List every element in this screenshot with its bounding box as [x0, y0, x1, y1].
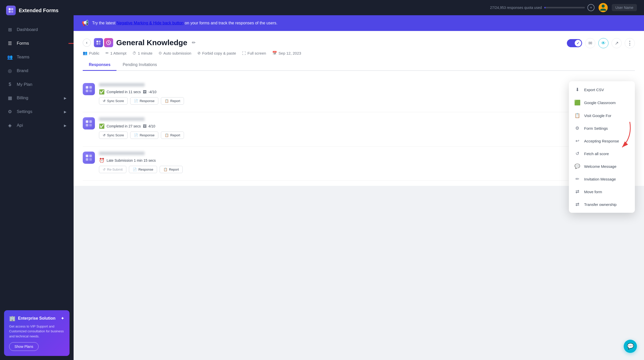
email-blur — [99, 117, 145, 121]
svg-rect-9 — [99, 41, 100, 42]
sparkle-icon: ✦ — [61, 316, 64, 321]
form-meta: 👥 Public ✏ 1 Attempt ⏱ 1 minute ⊙ Auto s… — [83, 51, 635, 55]
report-icon: 📋 — [165, 133, 169, 137]
response-button[interactable]: 📄 Response — [130, 97, 158, 105]
report-button[interactable]: 📋 Report — [161, 132, 184, 139]
tab-responses[interactable]: Responses — [83, 59, 116, 71]
svg-point-7 — [602, 5, 605, 8]
meta-duration: ⏱ 1 minute — [132, 51, 152, 55]
brand-icon: ◎ — [7, 68, 13, 74]
dropdown-item-transfer-ownership[interactable]: ⇄ Transfer ownership — [569, 198, 635, 211]
enterprise-desc: Get access to VIP Support and Customized… — [9, 324, 64, 339]
chat-icon: 💬 — [574, 163, 581, 169]
sidebar-item-billing[interactable]: ▦ Billing ▶ — [0, 91, 74, 105]
sync-icon: ↺ — [103, 133, 106, 137]
sidebar-header: Extended Forms — [0, 0, 74, 21]
sidebar-item-brand[interactable]: ◎ Brand — [0, 64, 74, 78]
dropdown-item-visit-google-form[interactable]: 📋 Visit Google For — [569, 109, 635, 122]
meta-attempts: ✏ 1 Attempt — [106, 51, 126, 55]
svg-rect-10 — [96, 43, 98, 45]
mail-icon-button[interactable]: ✉ — [585, 38, 595, 48]
dropdown-item-export-csv[interactable]: ⬇ Export CSV — [569, 83, 635, 96]
eye-icon-button[interactable]: 👁 — [598, 38, 608, 48]
sidebar-item-settings[interactable]: ⚙ Settings ▶ — [0, 105, 74, 119]
response-actions: ↺ Sync Score 📄 Response 📋 Report — [99, 132, 611, 139]
api-icon: ◈ — [7, 123, 13, 128]
sync-score-button[interactable]: ↺ Sync Score — [99, 97, 128, 105]
quota-add-button[interactable]: + — [587, 4, 595, 11]
accept-icon: ↩ — [574, 138, 581, 144]
dropdown-item-invitation-message[interactable]: ✏ Invitation Message — [569, 173, 635, 185]
meta-copy-paste: ⊘ Forbid copy & paste — [197, 51, 236, 55]
quota-bar — [544, 7, 585, 8]
more-options-button[interactable]: ⋮ — [625, 38, 635, 48]
meta-fullscreen: ⛶ Full screen — [242, 51, 266, 55]
report-button[interactable]: 📋 Report — [161, 97, 184, 105]
svg-rect-20 — [89, 124, 92, 126]
form-toggle[interactable]: ✓ — [567, 39, 582, 47]
response-actions: ↺ Sync Score 📄 Response 📋 Report — [99, 97, 611, 105]
check-icon: ✅ — [99, 89, 105, 95]
sync-icon: ↺ — [103, 99, 106, 103]
svg-rect-1 — [11, 8, 13, 10]
svg-rect-19 — [86, 124, 88, 126]
response-status: ⏰ Late Submission 1 min 15 secs — [99, 158, 611, 163]
response-status: ✅ Completed in 11 secs 🖼 -4/10 — [99, 89, 611, 95]
clock-icon: ⏰ — [99, 158, 105, 163]
billing-arrow: ▶ — [64, 96, 66, 100]
sidebar-item-api[interactable]: ◈ Api ▶ — [0, 119, 74, 132]
sidebar-item-my-plan[interactable]: $ My Plan — [0, 78, 74, 91]
settings-arrow: ▶ — [64, 110, 66, 114]
banner-link[interactable]: Negative Marking & Hide back button — [116, 21, 183, 25]
resubmit-button[interactable]: ↺ Re-Submit — [99, 166, 126, 173]
svg-rect-3 — [11, 11, 13, 13]
toggle-circle: ✓ — [575, 40, 581, 46]
back-button[interactable]: ‹ — [83, 39, 91, 47]
download-icon: ⬇ — [574, 87, 581, 92]
edit-title-icon[interactable]: ✏ — [192, 40, 196, 45]
tab-pending-invitations[interactable]: Pending Invitations — [116, 59, 163, 71]
quota-bar-fill — [544, 7, 546, 8]
svg-rect-2 — [9, 11, 11, 13]
response-button[interactable]: 📄 Response — [130, 132, 158, 139]
report-button[interactable]: 📋 Report — [160, 166, 183, 173]
show-plans-button[interactable]: Show Plans — [9, 342, 39, 351]
response-button[interactable]: 📄 Response — [129, 166, 157, 173]
form-icon-2 — [104, 38, 113, 47]
sync-score-button[interactable]: ↺ Sync Score — [99, 132, 128, 139]
google-form-icon: 📋 — [574, 113, 581, 118]
chat-bubble-button[interactable]: 💬 — [624, 340, 637, 353]
dropdown-item-form-settings[interactable]: ⚙ Form Settings — [569, 122, 635, 135]
share-icon-button[interactable]: ↗ — [612, 38, 622, 48]
sidebar-item-forms[interactable]: ☰ Forms — [0, 37, 74, 50]
file-icon: 📄 — [134, 133, 138, 137]
dropdown-item-fetch-all-score[interactable]: ↺ Fetch all score — [569, 147, 635, 160]
avatar — [83, 117, 95, 129]
enterprise-header: 🏢 Enterprise Solution ✦ — [9, 315, 64, 321]
svg-rect-8 — [96, 41, 98, 42]
avatar — [83, 152, 95, 164]
move-icon: ⇄ — [574, 189, 581, 194]
forms-icon: ☰ — [7, 41, 13, 46]
check-icon: ✅ — [99, 123, 105, 129]
sidebar-nav: ⊞ Dashboard ☰ Forms 👥 Teams ◎ Brand — [0, 21, 74, 306]
sidebar-item-teams[interactable]: 👥 Teams — [0, 50, 74, 64]
sidebar-item-dashboard[interactable]: ⊞ Dashboard — [0, 23, 74, 37]
dropdown-item-accepting-response[interactable]: ↩ Accepting Response — [569, 135, 635, 147]
svg-rect-14 — [89, 86, 92, 89]
email-blur — [99, 83, 145, 87]
svg-rect-21 — [86, 155, 88, 157]
response-actions: ↺ Re-Submit 📄 Response 📋 Report — [99, 166, 611, 173]
dropdown-item-welcome-message[interactable]: 💬 Welcome Message — [569, 160, 635, 173]
svg-rect-24 — [89, 158, 92, 161]
response-details: ✅ Completed in 11 secs 🖼 -4/10 ↺ Sync Sc… — [99, 83, 611, 105]
dropdown-item-move-form[interactable]: ⇄ Move form — [569, 185, 635, 198]
dropdown-item-google-classroom[interactable]: 🟩 Google Classroom — [569, 96, 635, 109]
svg-rect-0 — [9, 8, 11, 10]
report-icon: 📋 — [165, 99, 169, 103]
form-header: ✓ ✉ 👁 ↗ ⋮ ‹ — [74, 31, 644, 78]
api-arrow: ▶ — [64, 124, 66, 127]
table-row: ✅ Completed in 27 secs 🖼 4/10 ↺ Sync Sco… — [83, 112, 635, 146]
svg-rect-17 — [86, 120, 88, 123]
quota-section: 27/24,953 responses quota used + — [490, 4, 595, 11]
